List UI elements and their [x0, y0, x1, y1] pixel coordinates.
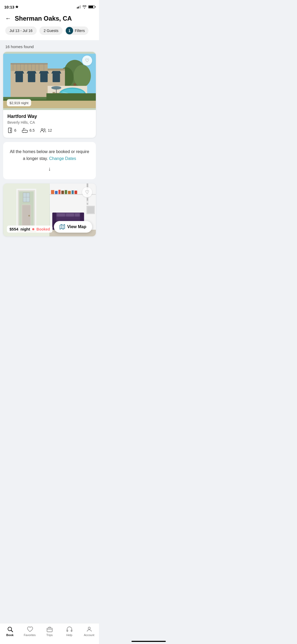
listing-location-1: Beverly Hills, CA	[7, 120, 92, 125]
listing-card-2[interactable]: ♡ $554 night Booked View Map	[3, 183, 96, 236]
svg-point-41	[41, 128, 43, 130]
filter-count-badge: 1	[66, 27, 73, 34]
heart-icon-2: ♡	[85, 189, 89, 195]
page-title: Sherman Oaks, CA	[15, 15, 72, 22]
door-icon	[7, 128, 13, 133]
price-badge-2: $554 night Booked	[7, 226, 53, 233]
guests-filter-pill[interactable]: 2 Guests	[39, 26, 63, 35]
view-map-label: View Map	[67, 224, 86, 229]
svg-point-2	[74, 65, 91, 87]
header: ← Sherman Oaks, CA Jul 13 - Jul 16 2 Gue…	[0, 12, 99, 40]
svg-rect-59	[58, 190, 60, 194]
svg-rect-70	[66, 213, 74, 217]
favorite-button-1[interactable]: ♡	[82, 56, 92, 66]
down-arrow: ↓	[8, 164, 91, 173]
filters-label: Filters	[73, 26, 88, 35]
filters-pill[interactable]: 1 Filters	[65, 26, 88, 35]
svg-rect-7	[16, 73, 23, 82]
svg-point-31	[51, 86, 61, 90]
svg-rect-9	[40, 73, 48, 82]
listing-image-1: ♡ $2,919 night	[3, 52, 96, 110]
svg-rect-77	[87, 206, 94, 213]
results-section: 16 homes found	[0, 40, 99, 52]
location-icon	[15, 5, 18, 8]
booked-dot	[32, 228, 34, 230]
status-time: 10:13	[4, 5, 18, 9]
svg-rect-62	[68, 191, 71, 194]
price-badge-1: $2,919 night	[7, 99, 31, 106]
change-dates-link[interactable]: Change Dates	[49, 156, 76, 161]
svg-rect-34	[46, 93, 96, 101]
listing-amenities-1: 6 6.5	[7, 128, 92, 133]
svg-rect-10	[53, 73, 60, 82]
date-filter-pill[interactable]: Jul 13 - Jul 16	[5, 26, 37, 35]
svg-rect-11	[11, 63, 48, 71]
booked-message: All the homes below are booked or requir…	[3, 142, 96, 179]
svg-rect-8	[28, 73, 35, 82]
listing-info-1: Hartford Way Beverly Hills, CA 6	[3, 110, 96, 138]
back-button[interactable]: ←	[5, 15, 11, 22]
svg-point-38	[10, 130, 11, 131]
svg-rect-57	[51, 190, 54, 194]
map-icon	[60, 224, 65, 229]
bedroom-count: 6	[7, 128, 16, 133]
bathtub-icon	[22, 128, 28, 133]
favorite-button-2[interactable]: ♡	[82, 187, 92, 197]
wifi-icon	[82, 5, 87, 8]
svg-rect-63	[72, 190, 74, 194]
status-bar: 10:13	[0, 0, 99, 12]
svg-rect-69	[57, 213, 65, 217]
listing-image-2: ♡ $554 night Booked View Map	[3, 183, 96, 236]
svg-rect-58	[55, 191, 58, 194]
results-count: 16 homes found	[5, 44, 34, 49]
svg-rect-61	[65, 190, 67, 194]
svg-rect-71	[75, 213, 79, 217]
signal-strength	[77, 5, 81, 8]
svg-point-75	[86, 201, 89, 203]
people-icon	[40, 128, 46, 133]
svg-rect-50	[23, 193, 30, 202]
svg-rect-64	[74, 191, 77, 194]
heart-icon-1: ♡	[85, 58, 89, 63]
svg-point-42	[44, 129, 45, 130]
listing-name-1: Hartford Way	[7, 114, 92, 119]
bathroom-count: 6.5	[22, 128, 35, 133]
view-map-button[interactable]: View Map	[54, 221, 92, 233]
status-icons	[77, 5, 95, 8]
guest-count: 12	[40, 128, 52, 133]
svg-rect-60	[61, 191, 64, 194]
battery-icon	[88, 5, 95, 8]
filter-pills: Jul 13 - Jul 16 2 Guests 1 Filters	[5, 26, 94, 35]
listing-card-1[interactable]: ♡ $2,919 night Hartford Way Beverly Hill…	[3, 52, 96, 138]
svg-point-49	[28, 215, 30, 217]
svg-rect-29	[53, 92, 55, 93]
booked-label: Booked	[36, 227, 50, 231]
